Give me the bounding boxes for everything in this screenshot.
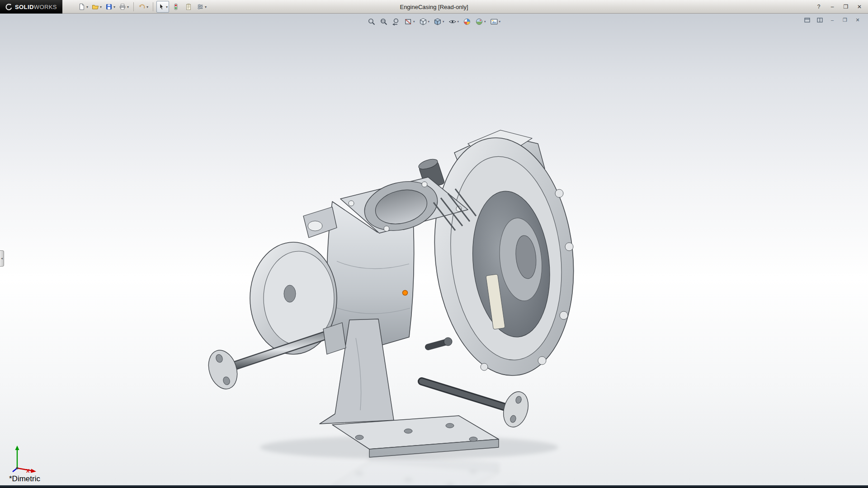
view-settings-button[interactable]: ▾ <box>489 16 502 27</box>
select-cursor-icon <box>158 3 165 10</box>
solidworks-logo-icon <box>4 2 13 11</box>
close-button[interactable]: ✕ <box>854 2 865 11</box>
dropdown-arrow-icon[interactable]: ▾ <box>413 20 415 23</box>
engine-casing-model[interactable] <box>197 126 574 488</box>
hide-show-items-button[interactable]: ▾ <box>447 16 461 27</box>
toolbar-separator <box>133 2 134 11</box>
display-style-icon <box>434 18 442 26</box>
doc-close-button[interactable]: ✕ <box>853 16 863 24</box>
new-document-button[interactable] <box>77 1 90 13</box>
apply-scene-button[interactable]: ▾ <box>474 16 487 27</box>
printer-icon <box>119 3 126 10</box>
view-settings-icon <box>490 18 498 26</box>
new-document-icon <box>78 3 85 10</box>
pane-frame-split-icon <box>817 18 823 23</box>
file-properties-button[interactable] <box>183 1 194 13</box>
main-toolbar <box>77 1 208 13</box>
view-orientation-button[interactable]: ▾ <box>417 16 431 27</box>
print-button[interactable] <box>118 1 130 13</box>
dropdown-arrow-icon[interactable]: ▾ <box>443 20 444 23</box>
rebuild-traffic-light-icon <box>172 3 179 10</box>
undo-arrow-icon <box>138 3 146 10</box>
zoom-to-fit-icon <box>368 18 376 26</box>
select-button[interactable] <box>156 1 169 13</box>
view-orientation-cube-icon <box>419 18 427 26</box>
minimize-button[interactable]: – <box>826 2 838 11</box>
maximize-button[interactable]: ❐ <box>840 2 852 11</box>
doc-window-icon-b[interactable] <box>815 16 825 24</box>
previous-view-icon <box>392 18 400 26</box>
taskbar-sliver <box>0 485 868 488</box>
doc-minimize-button[interactable]: – <box>827 16 837 24</box>
zoom-to-fit-button[interactable] <box>366 16 377 27</box>
undo-button[interactable] <box>137 1 150 13</box>
graphics-viewport[interactable]: ▾ ▾ ▾ ▾ <box>0 14 868 485</box>
axis-x-label: X <box>26 468 29 474</box>
brand-text: SOLIDWORKS <box>15 4 57 10</box>
section-view-button[interactable]: ▾ <box>403 16 416 27</box>
edit-appearance-ball-icon <box>463 18 471 26</box>
edit-appearance-button[interactable] <box>462 16 472 27</box>
options-icon <box>197 3 204 10</box>
zoom-to-area-button[interactable] <box>378 16 389 27</box>
previous-view-button[interactable] <box>391 16 401 27</box>
featuremanager-collapsed-tab[interactable] <box>0 250 4 267</box>
view-orientation-label: *Dimetric <box>9 474 40 483</box>
zoom-to-area-icon <box>380 18 388 26</box>
dropdown-arrow-icon[interactable]: ▾ <box>484 20 486 23</box>
dropdown-arrow-icon[interactable]: ▾ <box>458 20 459 23</box>
toolbar-separator <box>153 2 153 11</box>
app-logo: SOLIDWORKS <box>0 0 62 14</box>
save-floppy-icon <box>105 3 113 10</box>
pane-frame-icon <box>804 18 810 23</box>
axis-x-arrow <box>17 468 33 471</box>
model-origin-point[interactable] <box>403 291 408 296</box>
doc-window-icon-a[interactable] <box>802 16 812 24</box>
hide-show-eye-icon <box>448 18 457 26</box>
display-style-button[interactable]: ▾ <box>432 16 446 27</box>
save-button[interactable] <box>104 1 117 13</box>
help-button[interactable]: ? <box>813 2 825 11</box>
section-view-icon <box>404 18 412 26</box>
open-folder-icon <box>92 3 99 10</box>
doc-window-controls: – ❐ ✕ <box>802 16 863 24</box>
titlebar: SOLIDWORKS <box>0 0 868 14</box>
apply-scene-icon <box>475 18 483 26</box>
file-properties-icon <box>185 3 192 10</box>
headsup-view-toolbar: ▾ ▾ ▾ ▾ <box>366 16 502 27</box>
dropdown-arrow-icon[interactable]: ▾ <box>428 20 429 23</box>
open-button[interactable] <box>90 1 103 13</box>
doc-restore-button[interactable]: ❐ <box>840 16 850 24</box>
rebuild-button[interactable] <box>170 1 182 13</box>
window-controls: ? – ❐ ✕ <box>813 0 865 14</box>
dropdown-arrow-icon[interactable]: ▾ <box>499 20 501 23</box>
options-button[interactable] <box>195 1 208 13</box>
